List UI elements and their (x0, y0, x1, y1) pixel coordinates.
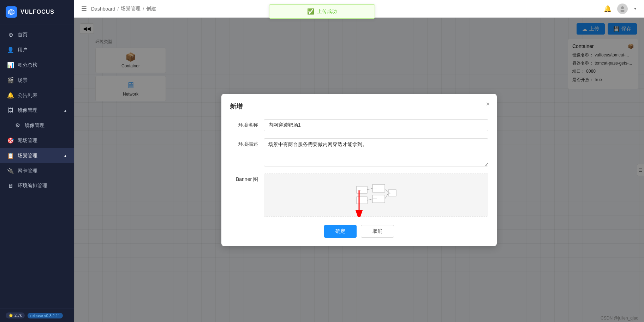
sidebar-item-image-mgmt[interactable]: ⚙ 镜像管理 (0, 118, 74, 133)
logo-icon (6, 6, 17, 18)
breadcrumb: Dashboard / 场景管理 / 创建 (91, 6, 156, 12)
image-icon: 🖼 (7, 107, 14, 114)
sidebar-item-image-mgmt-group[interactable]: 🖼 镜像管理 ▲ (0, 103, 74, 118)
notification-icon[interactable]: 🔔 (604, 5, 612, 13)
sidebar-item-label: 靶场管理 (18, 138, 37, 144)
sidebar-item-bulletin[interactable]: 🔔 公告列表 (0, 88, 74, 103)
sidebar-item-scene[interactable]: 🎬 场景 (0, 73, 74, 88)
nic-icon: 🔌 (7, 168, 14, 174)
sidebar-item-leaderboard[interactable]: 📊 积分总榜 (0, 57, 74, 73)
sidebar-footer: ⭐ 2.7k release v0.3.2.11 (0, 309, 74, 322)
bell-icon: 🔔 (7, 92, 14, 99)
banner-upload-area[interactable]: —— —— —— —— ◇ (264, 174, 488, 217)
desc-label: 环境描述 (230, 138, 258, 147)
scene-icon: 🎬 (7, 77, 14, 84)
user-icon: 👤 (7, 47, 14, 53)
version-badge: release v0.3.2.11 (28, 313, 63, 318)
modal-dialog: 新增 × 环境名称 环境描述 场景中有两台服务需要做内网穿透才能拿到。 Bann… (221, 94, 497, 246)
modal-close-button[interactable]: × (486, 101, 490, 107)
modal-overlay[interactable]: ✅ 上传成功 新增 × 环境名称 环境描述 场景中有两台服务需要做内网穿透才能拿… (74, 18, 644, 322)
svg-point-2 (621, 6, 624, 9)
form-row-desc: 环境描述 场景中有两台服务需要做内网穿透才能拿到。 (230, 138, 488, 166)
breadcrumb-dashboard[interactable]: Dashboard (91, 6, 115, 12)
modal-title: 新增 (230, 102, 488, 111)
breadcrumb-sep2: / (143, 6, 144, 12)
target-icon: 🎯 (7, 137, 14, 144)
form-row-name: 环境名称 (230, 119, 488, 131)
sidebar-item-label: 环境编排管理 (18, 183, 47, 189)
name-input[interactable] (264, 119, 488, 131)
toast-notification: ✅ 上传成功 (269, 18, 375, 19)
gear-icon: ⚙ (14, 122, 21, 129)
breadcrumb-sep1: / (118, 6, 119, 12)
name-label: 环境名称 (230, 119, 258, 128)
avatar-dropdown-icon[interactable]: ▼ (633, 7, 637, 11)
env-icon: 🖥 (7, 183, 14, 189)
sidebar-item-user[interactable]: 👤 用户 (0, 42, 74, 57)
banner-label: Banner 图 (230, 174, 258, 183)
svg-marker-1 (10, 10, 13, 14)
sidebar-item-range-mgmt[interactable]: 🎯 靶场管理 (0, 133, 74, 148)
sidebar-item-scene-mgmt-group[interactable]: 📋 场景管理 ▲ (0, 148, 74, 163)
sidebar-item-label: 场景管理 (18, 153, 37, 159)
scene-mgmt-icon: 📋 (7, 152, 14, 159)
sidebar-item-nic-mgmt[interactable]: 🔌 网卡管理 (0, 163, 74, 178)
sidebar-item-label: 用户 (18, 47, 28, 53)
sidebar-navigation: ⊕ 首页 👤 用户 📊 积分总榜 🎬 场景 🔔 公告列表 🖼 镜像管理 ▲ ⚙ … (0, 24, 74, 309)
sidebar: VULFOCUS ⊕ 首页 👤 用户 📊 积分总榜 🎬 场景 🔔 公告列表 🖼 … (0, 0, 74, 322)
chevron-up-icon: ▲ (64, 109, 67, 113)
svg-text:◇: ◇ (389, 192, 390, 194)
stars-badge: ⭐ 2.7k (6, 312, 25, 318)
hamburger-icon[interactable]: ☰ (81, 5, 87, 13)
canvas-area: ◀◀ ☁ 上传 💾 保存 环境类型 📦 Container 🖥 Network (74, 18, 644, 322)
main-content: ☰ Dashboard / 场景管理 / 创建 🔔 ▼ ◀◀ ☁ (74, 0, 644, 322)
svg-text:——: —— (373, 187, 377, 189)
avatar[interactable] (617, 4, 628, 14)
sidebar-logo: VULFOCUS (0, 0, 74, 24)
sidebar-item-home[interactable]: ⊕ 首页 (0, 27, 74, 42)
arrow-annotation (348, 189, 370, 218)
sidebar-item-label: 首页 (18, 32, 28, 38)
chevron-up-icon: ▲ (64, 154, 67, 158)
modal-actions: 确定 取消 (230, 225, 488, 238)
cancel-button[interactable]: 取消 (361, 225, 394, 238)
confirm-button[interactable]: 确定 (324, 225, 357, 238)
svg-text:——: —— (373, 198, 377, 200)
sidebar-item-label: 网卡管理 (18, 168, 37, 174)
sidebar-item-label: 积分总榜 (18, 62, 37, 68)
sidebar-item-label: 公告列表 (18, 92, 37, 99)
banner-preview: —— —— —— —— ◇ (264, 174, 488, 216)
svg-line-11 (385, 188, 388, 193)
breadcrumb-scene-mgmt[interactable]: 场景管理 (121, 6, 141, 12)
breadcrumb-create: 创建 (146, 6, 156, 12)
red-arrow-svg (348, 189, 370, 217)
svg-line-12 (385, 193, 388, 199)
sidebar-logo-text: VULFOCUS (20, 9, 54, 15)
desc-textarea[interactable]: 场景中有两台服务需要做内网穿透才能拿到。 (264, 138, 488, 166)
home-icon: ⊕ (7, 31, 14, 38)
header-right: 🔔 ▼ (604, 4, 637, 14)
svg-point-3 (620, 10, 625, 12)
sidebar-item-label: 镜像管理 (25, 122, 44, 129)
sidebar-item-env-arrange[interactable]: 🖥 环境编排管理 (0, 178, 74, 193)
sidebar-item-label: 场景 (18, 77, 28, 84)
leaderboard-icon: 📊 (7, 62, 14, 68)
sidebar-item-label: 镜像管理 (18, 107, 37, 114)
